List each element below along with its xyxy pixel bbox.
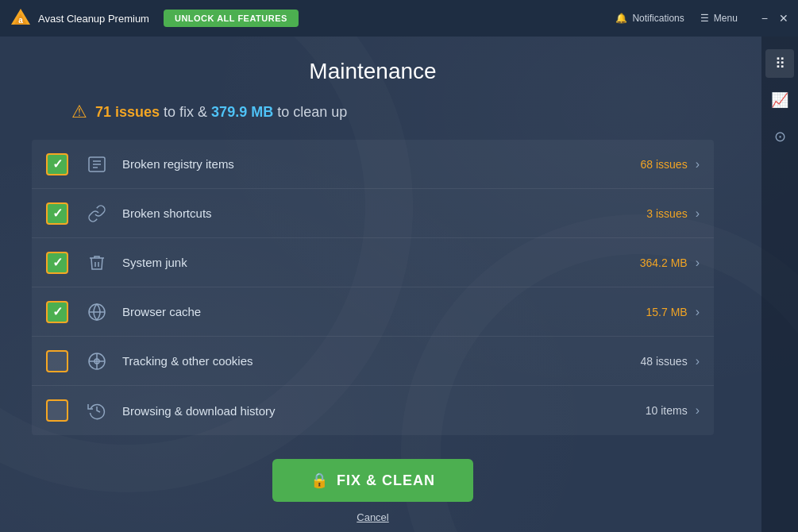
fix-clean-label: FIX & CLEAN xyxy=(337,472,435,489)
chevron-icon-2: › xyxy=(696,206,700,221)
minimize-button[interactable]: − xyxy=(761,13,768,24)
menu-icon: ☰ xyxy=(700,13,709,24)
app-title: Avast Cleanup Premium xyxy=(38,13,149,25)
right-sidebar: ⠿ 📈 ⊙ xyxy=(761,37,798,532)
checkmark-2: ✓ xyxy=(52,207,63,220)
list-item[interactable]: ✓ Broken shortcuts 3 issues › xyxy=(32,189,714,238)
item-status-5: 48 issues xyxy=(641,355,688,368)
warning-icon: ⚠ xyxy=(71,102,87,122)
chevron-icon-1: › xyxy=(696,157,700,172)
history-icon xyxy=(83,396,111,425)
chevron-icon-4: › xyxy=(696,305,700,319)
checkbox-3[interactable]: ✓ xyxy=(46,252,68,274)
item-status-3: 364.2 MB xyxy=(640,256,688,269)
item-label-1: Broken registry items xyxy=(122,157,641,171)
page-title: Maintenance xyxy=(32,37,714,102)
summary-suffix: to clean up xyxy=(277,104,347,120)
checkbox-2[interactable]: ✓ xyxy=(46,202,68,225)
app-logo: a Avast Cleanup Premium xyxy=(10,7,149,29)
tracking-icon xyxy=(83,347,111,376)
checkbox-area-3: ✓ xyxy=(32,252,83,274)
checkbox-area-5 xyxy=(32,350,83,372)
list-item[interactable]: ✓ Browser cache 15.7 MB › xyxy=(32,287,714,337)
summary-text: 71 issues to fix & 379.9 MB to clean up xyxy=(95,104,347,121)
item-label-2: Broken shortcuts xyxy=(122,206,646,220)
checkbox-area-2: ✓ xyxy=(32,202,83,225)
item-label-6: Browsing & download history xyxy=(122,404,646,418)
notifications-label: Notifications xyxy=(632,13,684,24)
registry-icon xyxy=(83,150,111,179)
junk-icon xyxy=(83,249,111,277)
item-label-3: System junk xyxy=(122,256,640,269)
avast-logo-icon: a xyxy=(10,7,32,29)
checkbox-area-1: ✓ xyxy=(32,153,83,175)
checkmark-4: ✓ xyxy=(52,306,63,318)
fix-clean-button[interactable]: 🔒 FIX & CLEAN xyxy=(272,459,473,502)
item-label-4: Browser cache xyxy=(122,305,646,318)
target-icon: ⊙ xyxy=(774,128,786,145)
item-status-2: 3 issues xyxy=(646,207,687,220)
item-status-4: 15.7 MB xyxy=(646,306,688,318)
list-item[interactable]: Tracking & other cookies 48 issues › xyxy=(32,337,714,386)
checkmark-1: ✓ xyxy=(52,158,63,171)
menu-label: Menu xyxy=(714,13,738,24)
chevron-icon-5: › xyxy=(696,354,700,368)
list-item[interactable]: Browsing & download history 10 items › xyxy=(32,386,714,435)
summary-line: ⚠ 71 issues to fix & 379.9 MB to clean u… xyxy=(32,102,714,122)
titlebar: a Avast Cleanup Premium UNLOCK ALL FEATU… xyxy=(0,0,798,37)
titlebar-right: 🔔 Notifications ☰ Menu − ✕ xyxy=(615,13,788,24)
summary-connector: to fix & xyxy=(164,104,211,120)
checkbox-4[interactable]: ✓ xyxy=(46,301,68,323)
browser-icon xyxy=(83,298,111,326)
checkbox-6[interactable] xyxy=(46,399,68,422)
checkmark-3: ✓ xyxy=(52,256,63,269)
menu-button[interactable]: ☰ Menu xyxy=(700,13,738,24)
issues-count: 71 issues xyxy=(95,104,160,120)
list-item[interactable]: ✓ System junk 364.2 MB › xyxy=(32,238,714,287)
chevron-icon-6: › xyxy=(696,403,700,418)
button-area: 🔒 FIX & CLEAN Cancel xyxy=(32,459,714,523)
sidebar-grid-button[interactable]: ⠿ xyxy=(765,49,794,78)
sidebar-target-button[interactable]: ⊙ xyxy=(765,122,794,151)
item-status-1: 68 issues xyxy=(641,158,688,171)
close-button[interactable]: ✕ xyxy=(779,13,788,24)
grid-icon: ⠿ xyxy=(775,55,785,72)
checkbox-area-4: ✓ xyxy=(32,301,83,323)
checkbox-5[interactable] xyxy=(46,350,68,372)
item-label-5: Tracking & other cookies xyxy=(122,354,641,368)
list-item[interactable]: ✓ Broken registry items 68 issues › xyxy=(32,140,714,189)
size-count: 379.9 MB xyxy=(211,104,273,120)
notifications-button[interactable]: 🔔 Notifications xyxy=(615,13,684,24)
items-list: ✓ Broken registry items 68 issues › ✓ xyxy=(32,140,714,435)
shortcut-icon xyxy=(83,199,111,228)
bell-icon: 🔔 xyxy=(615,13,627,24)
chevron-icon-3: › xyxy=(696,256,700,270)
unlock-all-features-button[interactable]: UNLOCK ALL FEATURES xyxy=(164,10,299,27)
window-controls: − ✕ xyxy=(761,13,788,24)
checkbox-area-6 xyxy=(32,399,83,422)
chart-icon: 📈 xyxy=(771,91,788,109)
checkbox-1[interactable]: ✓ xyxy=(46,153,68,175)
main-content: Maintenance ⚠ 71 issues to fix & 379.9 M… xyxy=(0,37,761,523)
sidebar-chart-button[interactable]: 📈 xyxy=(765,86,794,114)
item-status-6: 10 items xyxy=(646,404,688,417)
cancel-button[interactable]: Cancel xyxy=(357,511,388,523)
svg-text:a: a xyxy=(18,16,23,25)
lock-icon: 🔒 xyxy=(310,472,329,489)
